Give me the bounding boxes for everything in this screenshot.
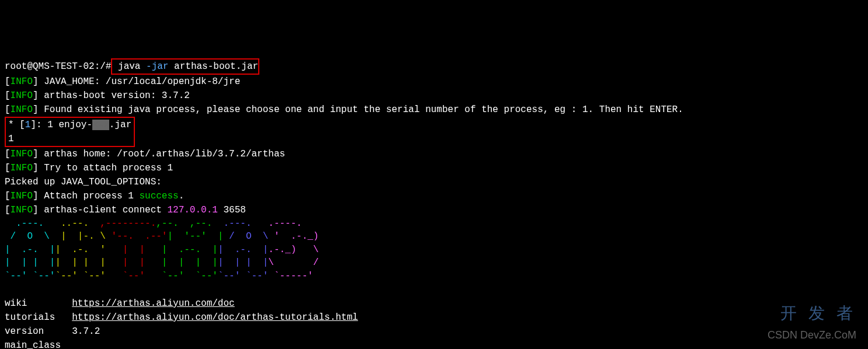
cmd-flag: -jar: [140, 61, 168, 72]
tutorials-label: tutorials: [5, 312, 61, 323]
prompt-user-host: root@QMS-TEST-02: [5, 61, 95, 72]
info-tag: INFO: [11, 149, 33, 159]
info-found-process: [INFO] Found existing java process, plea…: [5, 103, 863, 117]
tutorials-row: tutorials https://arthas.aliyun.com/doc/…: [5, 310, 863, 324]
cmd-java: java: [112, 61, 140, 72]
redacted-text: xxx: [92, 120, 109, 130]
terminal-output: root@QMS-TEST-02:/# java -jar arthas-boo…: [5, 58, 863, 349]
info-try-attach: [INFO] Try to attach process 1: [5, 161, 863, 175]
info-attach-success: [INFO] Attach process 1 success.: [5, 189, 863, 203]
info-client-connect: [INFO] arthas-client connect 127.0.0.1 3…: [5, 203, 863, 217]
process-number: 1: [25, 120, 31, 130]
watermark-csdn: CSDN DevZe.CoM: [768, 327, 856, 343]
info-tag: INFO: [11, 163, 33, 173]
info-arthas-home: [INFO] arthas home: /root/.arthas/lib/3.…: [5, 147, 863, 161]
user-input-line[interactable]: 1: [8, 132, 131, 146]
ip-address: 127.0.0.1: [167, 205, 217, 215]
watermark-dev: 开 发 者: [780, 301, 856, 326]
version-row: version 3.7.2: [5, 324, 863, 338]
info-tag: INFO: [11, 76, 33, 87]
highlighted-command: java -jar arthas-boot.jar: [111, 58, 259, 75]
version-label: version: [5, 326, 61, 337]
cmd-arg: arthas-boot.jar: [168, 61, 258, 72]
info-boot-version: [INFO] arthas-boot version: 3.7.2: [5, 89, 863, 103]
success-text: success: [139, 191, 178, 201]
info-tag: INFO: [11, 90, 33, 101]
info-tag: INFO: [11, 205, 33, 215]
info-tag: INFO: [11, 191, 33, 201]
info-java-home: [INFO] JAVA_HOME: /usr/local/openjdk-8/j…: [5, 75, 863, 89]
command-line: root@QMS-TEST-02:/# java -jar arthas-boo…: [5, 58, 863, 75]
prompt-path: :/#: [95, 61, 112, 72]
mainclass-row: main_class: [5, 338, 863, 349]
version-value: 3.7.2: [72, 326, 100, 337]
picked-up-line: Picked up JAVA_TOOL_OPTIONS:: [5, 175, 863, 189]
wiki-row: wiki https://arthas.aliyun.com/doc: [5, 296, 863, 310]
wiki-link[interactable]: https://arthas.aliyun.com/doc: [72, 298, 234, 309]
tutorials-link[interactable]: https://arthas.aliyun.com/doc/arthas-tut…: [72, 312, 358, 323]
process-choice-line: * [1]: 1 enjoy-xxx.jar: [8, 118, 131, 132]
highlighted-input-box: * [1]: 1 enjoy-xxx.jar1: [5, 117, 135, 147]
arthas-ascii-logo: .---. ..--. ,--------.,--. ,--. .---. .-…: [5, 217, 863, 282]
info-tag: INFO: [11, 104, 33, 115]
wiki-label: wiki: [5, 298, 61, 309]
